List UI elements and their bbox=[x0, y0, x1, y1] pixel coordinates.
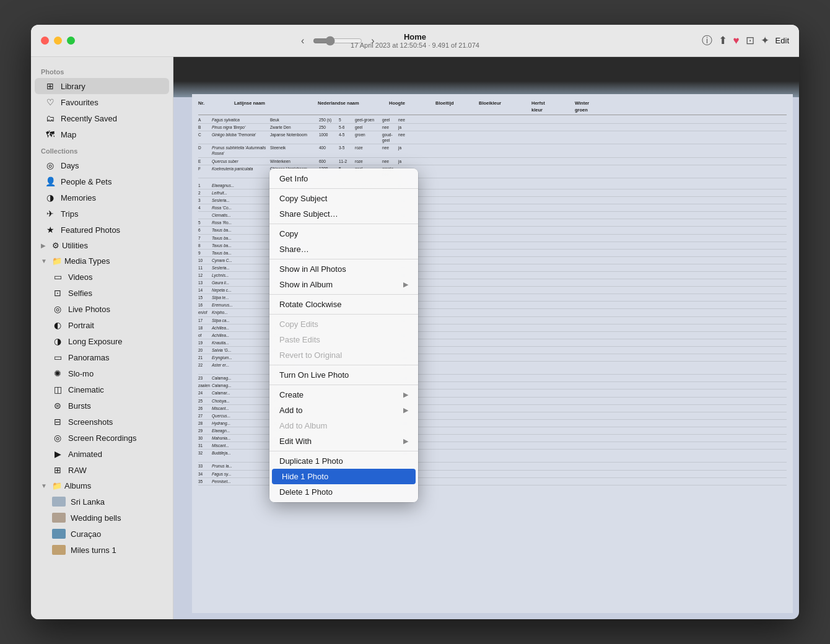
albums-icon: 📁 bbox=[52, 481, 62, 490]
photo-background: Nr. Latijnse naam Nederlandse naam Hoogt… bbox=[173, 57, 799, 619]
long-exposure-icon: ◑ bbox=[52, 336, 63, 346]
sidebar-label-recently-saved: Recently Saved bbox=[61, 114, 117, 123]
cm-show-in-album[interactable]: Show in Album ▶ bbox=[269, 277, 418, 292]
sidebar-item-days[interactable]: ◎ Days bbox=[35, 157, 169, 173]
favourite-icon[interactable]: ♥ bbox=[733, 35, 740, 47]
media-types-icon: 📁 bbox=[52, 256, 62, 266]
cm-duplicate[interactable]: Duplicate 1 Photo bbox=[269, 453, 418, 469]
sidebar-item-map[interactable]: 🗺 Map bbox=[35, 126, 169, 142]
sidebar-item-trips[interactable]: ✈ Trips bbox=[35, 206, 169, 222]
sidebar-section-photos: Photos bbox=[31, 63, 173, 78]
sidebar-item-bursts[interactable]: ⊜ Bursts bbox=[35, 398, 169, 414]
sidebar-item-featured-photos[interactable]: ★ Featured Photos bbox=[35, 222, 169, 238]
close-button[interactable] bbox=[41, 37, 49, 45]
cm-get-info[interactable]: Get Info bbox=[269, 171, 418, 186]
sidebar-label-miles: Miles turns 1 bbox=[71, 546, 116, 555]
cm-copy-subject-label: Copy Subject bbox=[279, 194, 327, 203]
library-icon: ⊞ bbox=[45, 81, 56, 91]
adjust-icon[interactable]: ✦ bbox=[761, 34, 769, 47]
sidebar-item-curacao[interactable]: Curaçao bbox=[35, 526, 169, 542]
cm-share[interactable]: Share… bbox=[269, 242, 418, 257]
cm-rotate-clockwise[interactable]: Rotate Clockwise bbox=[269, 297, 418, 312]
heart-icon: ♡ bbox=[45, 97, 56, 107]
cm-turn-on-live-photo[interactable]: Turn On Live Photo bbox=[269, 367, 418, 383]
cm-add-to-label: Add to bbox=[279, 406, 303, 415]
sidebar-label-long-exposure: Long Exposure bbox=[68, 337, 122, 346]
sidebar-label-days: Days bbox=[61, 161, 79, 170]
cm-sep-2 bbox=[269, 224, 418, 224]
cm-share-subject[interactable]: Share Subject… bbox=[269, 206, 418, 222]
sidebar-item-wedding-bells[interactable]: Wedding bells bbox=[35, 510, 169, 526]
sidebar-item-slo-mo[interactable]: ✺ Slo-mo bbox=[35, 365, 169, 381]
sidebar-item-raw[interactable]: ⊞ RAW bbox=[35, 462, 169, 478]
sidebar-item-screen-recordings[interactable]: ◎ Screen Recordings bbox=[35, 430, 169, 446]
titlebar: ‹ › Home 17 April 2023 at 12:50:54 · 9.4… bbox=[31, 25, 799, 57]
back-button[interactable]: ‹ bbox=[297, 34, 308, 48]
sidebar-label-live-photos: Live Photos bbox=[68, 305, 110, 314]
info-icon[interactable]: ⓘ bbox=[702, 33, 712, 48]
photo-dark-area bbox=[173, 57, 799, 97]
cm-add-to[interactable]: Add to ▶ bbox=[269, 402, 418, 418]
cm-edit-with[interactable]: Edit With ▶ bbox=[269, 433, 418, 449]
cm-add-to-album-label: Add to Album bbox=[279, 421, 327, 430]
cm-sep-3 bbox=[269, 259, 418, 259]
sidebar-label-bursts: Bursts bbox=[68, 401, 91, 411]
sidebar-label-portrait: Portrait bbox=[68, 321, 94, 330]
sidebar-item-portrait[interactable]: ◐ Portrait bbox=[35, 317, 169, 333]
cm-sep-5 bbox=[269, 314, 418, 315]
maximize-button[interactable] bbox=[67, 37, 75, 45]
create-arrow: ▶ bbox=[403, 391, 408, 399]
cm-sep-8 bbox=[269, 451, 418, 451]
cm-sep-7 bbox=[269, 385, 418, 385]
sidebar-item-library[interactable]: ⊞ Library bbox=[35, 78, 169, 94]
sidebar-group-albums[interactable]: ▼ 📁 Albums bbox=[35, 478, 169, 494]
sidebar-item-animated[interactable]: ▶ Animated bbox=[35, 446, 169, 462]
sidebar-item-screenshots[interactable]: ⊟ Screenshots bbox=[35, 414, 169, 430]
memories-icon: ◑ bbox=[45, 193, 56, 202]
sidebar-item-cinematic[interactable]: ◫ Cinematic bbox=[35, 381, 169, 398]
cm-delete[interactable]: Delete 1 Photo bbox=[269, 484, 418, 500]
sidebar-item-people-pets[interactable]: 👤 People & Pets bbox=[35, 173, 169, 189]
sidebar-item-sri-lanka[interactable]: Sri Lanka bbox=[35, 494, 169, 510]
edit-button[interactable]: Edit bbox=[775, 36, 789, 45]
cm-show-all-label: Show in All Photos bbox=[279, 264, 346, 274]
sidebar-item-recently-saved[interactable]: 🗂 Recently Saved bbox=[35, 110, 169, 126]
crop-icon[interactable]: ⊡ bbox=[746, 34, 754, 47]
photo-content: Nr. Latijnse naam Nederlandse naam Hoogt… bbox=[173, 57, 799, 619]
add-to-arrow: ▶ bbox=[403, 406, 408, 414]
show-in-album-arrow: ▶ bbox=[403, 281, 408, 289]
cm-show-in-all-photos[interactable]: Show in All Photos bbox=[269, 261, 418, 277]
featured-icon: ★ bbox=[45, 225, 56, 235]
sidebar-item-selfies[interactable]: ⊡ Selfies bbox=[35, 285, 169, 301]
sidebar-label-cinematic: Cinematic bbox=[68, 385, 104, 394]
cm-share-label: Share… bbox=[279, 245, 309, 254]
sidebar-item-favourites[interactable]: ♡ Favourites bbox=[35, 94, 169, 110]
sidebar-item-memories[interactable]: ◑ Memories bbox=[35, 189, 169, 206]
sidebar-item-videos[interactable]: ▭ Videos bbox=[35, 269, 169, 285]
sidebar-item-panoramas[interactable]: ▭ Panoramas bbox=[35, 349, 169, 365]
cm-copy[interactable]: Copy bbox=[269, 226, 418, 242]
share-icon[interactable]: ⬆ bbox=[719, 34, 727, 47]
cinematic-icon: ◫ bbox=[52, 385, 63, 394]
cm-create[interactable]: Create ▶ bbox=[269, 387, 418, 402]
sidebar-item-live-photos[interactable]: ◎ Live Photos bbox=[35, 301, 169, 317]
map-icon: 🗺 bbox=[45, 129, 56, 139]
minimize-button[interactable] bbox=[54, 37, 62, 45]
cm-copy-subject[interactable]: Copy Subject bbox=[269, 191, 418, 206]
sidebar-label-sri-lanka: Sri Lanka bbox=[71, 497, 105, 507]
people-icon: 👤 bbox=[45, 176, 56, 186]
sidebar-label-animated: Animated bbox=[68, 450, 102, 459]
sidebar-group-utilities[interactable]: ▶ ⚙ Utilities bbox=[35, 238, 169, 253]
sidebar-item-long-exposure[interactable]: ◑ Long Exposure bbox=[35, 333, 169, 349]
sidebar-label-panoramas: Panoramas bbox=[68, 353, 109, 362]
cm-hide[interactable]: Hide 1 Photo bbox=[272, 469, 416, 484]
titlebar-actions: ⓘ ⬆ ♥ ⊡ ✦ Edit bbox=[702, 33, 790, 48]
screenshots-icon: ⊟ bbox=[52, 417, 63, 427]
sidebar-label-favourites: Favourites bbox=[61, 98, 98, 107]
sidebar-item-miles[interactable]: Miles turns 1 bbox=[35, 542, 169, 558]
edit-with-arrow: ▶ bbox=[403, 437, 408, 445]
sidebar-label-utilities: Utilities bbox=[62, 241, 88, 250]
raw-icon: ⊞ bbox=[52, 465, 63, 475]
cm-copy-edits-label: Copy Edits bbox=[279, 320, 318, 329]
sidebar-group-media-types[interactable]: ▼ 📁 Media Types bbox=[35, 253, 169, 269]
